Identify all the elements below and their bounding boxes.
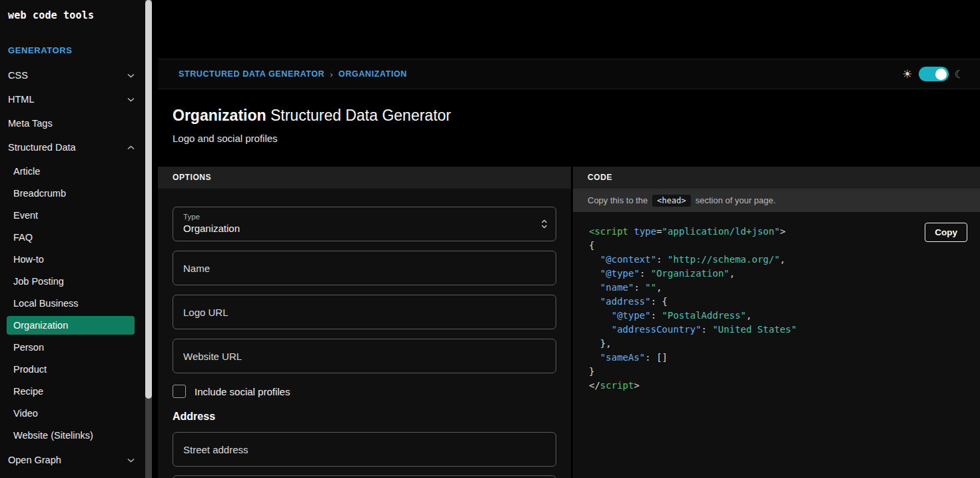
code-line: { [589, 239, 980, 253]
options-panel-header: OPTIONS [158, 167, 571, 189]
sidebar-item-faq[interactable]: FAQ [7, 228, 135, 247]
code-line: } [589, 365, 980, 379]
sidebar-item-html[interactable]: HTML [0, 87, 145, 111]
street-address-input[interactable] [173, 432, 556, 467]
code-line: "address": { [589, 295, 980, 309]
code-line: "name": "", [589, 281, 980, 295]
options-panel: OPTIONS Type Organization Include social… [158, 167, 571, 478]
include-social-profiles-checkbox[interactable] [173, 385, 186, 398]
sidebar-item-organization[interactable]: Organization [7, 316, 135, 335]
address-heading: Address [173, 411, 556, 423]
scrollbar-thumb[interactable] [145, 0, 152, 399]
moon-icon: ☾ [955, 68, 964, 81]
type-select-value: Organization [183, 223, 546, 234]
code-line: <script type="application/ld+json"> [589, 225, 980, 239]
website-url-input[interactable] [173, 339, 556, 373]
sidebar-item-open-graph[interactable]: Open Graph [0, 448, 145, 472]
code-panel-header: CODE [573, 167, 980, 189]
breadcrumb-bar: STRUCTURED DATA GENERATOR › ORGANIZATION… [158, 59, 980, 89]
sidebar-item-breadcrumb[interactable]: Breadcrumb [7, 184, 135, 203]
sidebar: web code tools GENERATORS CSSHTMLMeta Ta… [0, 0, 145, 478]
include-social-profiles-label: Include social profiles [195, 386, 290, 397]
sidebar-item-article[interactable]: Article [7, 162, 135, 181]
sidebar-item-website-sitelinks[interactable]: Website (Sitelinks) [7, 426, 135, 445]
sidebar-item-product[interactable]: Product [7, 360, 135, 379]
sidebar-item-local-business[interactable]: Local Business [7, 294, 135, 313]
sidebar-top-items: CSSHTMLMeta TagsStructured Data [0, 63, 145, 159]
code-line: }, [589, 337, 980, 351]
sun-icon: ☀ [902, 67, 912, 81]
sidebar-item-recipe[interactable]: Recipe [7, 382, 135, 401]
type-select-label: Type [183, 213, 546, 221]
sidebar-item-job-posting[interactable]: Job Posting [7, 272, 135, 291]
page-title-rest: Structured Data Generator [270, 107, 451, 124]
sidebar-item-label: Open Graph [8, 454, 61, 466]
code-hint-pre: Copy this to the [588, 195, 648, 205]
code-hint-bar: Copy this to the <head> section of your … [573, 189, 980, 212]
sidebar-item-label: Structured Data [8, 141, 76, 153]
theme-toggle-group: ☀ ☾ [902, 67, 964, 81]
breadcrumb: STRUCTURED DATA GENERATOR › ORGANIZATION [179, 69, 407, 79]
sidebar-item-label: Meta Tags [8, 117, 53, 129]
next-field-cutoff[interactable] [173, 475, 556, 478]
title-section: Organization Structured Data Generator L… [158, 89, 980, 167]
options-form: Type Organization Include social profile… [158, 189, 571, 478]
code-line: "sameAs": [] [589, 351, 980, 365]
code-line: "@type": "PostalAddress", [589, 309, 980, 323]
code-block: <script type="application/ld+json">{ "@c… [589, 225, 980, 393]
sidebar-item-meta-tags[interactable]: Meta Tags [0, 111, 145, 135]
generators-heading: GENERATORS [8, 45, 137, 55]
page-subtitle: Logo and social profiles [173, 133, 980, 144]
theme-toggle-knob[interactable] [935, 69, 947, 80]
page-title: Organization Structured Data Generator [173, 107, 980, 125]
theme-toggle[interactable] [919, 67, 949, 81]
code-hint-post: section of your page. [696, 195, 776, 205]
copy-button[interactable]: Copy [925, 223, 967, 242]
chevron-down-icon [127, 97, 135, 102]
chevron-up-icon [127, 145, 135, 150]
code-line: "@context": "http://schema.org/", [589, 253, 980, 267]
sidebar-bottom-items: Open Graph [0, 448, 145, 472]
select-updown-icon [541, 219, 548, 229]
head-tag-badge: <head> [652, 195, 690, 207]
sidebar-scrollbar[interactable] [145, 0, 152, 478]
breadcrumb-separator: › [330, 69, 333, 79]
chevron-down-icon [127, 458, 135, 463]
breadcrumb-current-link[interactable]: ORGANIZATION [338, 69, 407, 79]
sidebar-item-css[interactable]: CSS [0, 63, 145, 87]
page-title-bold: Organization [173, 107, 266, 124]
sidebar-item-label: CSS [8, 69, 28, 81]
breadcrumb-parent-link[interactable]: STRUCTURED DATA GENERATOR [179, 69, 324, 79]
logo[interactable]: web code tools [0, 0, 145, 21]
sidebar-sub-items: ArticleBreadcrumbEventFAQHow-toJob Posti… [0, 162, 145, 445]
sidebar-item-structured-data[interactable]: Structured Data [0, 135, 145, 159]
code-panel: CODE Copy this to the <head> section of … [573, 167, 980, 478]
sidebar-item-video[interactable]: Video [7, 404, 135, 423]
name-input[interactable] [173, 251, 556, 285]
type-select[interactable]: Type Organization [173, 207, 556, 241]
sidebar-item-how-to[interactable]: How-to [7, 250, 135, 269]
sidebar-item-event[interactable]: Event [7, 206, 135, 225]
code-line: "@type": "Organization", [589, 267, 980, 281]
panels: OPTIONS Type Organization Include social… [158, 167, 980, 478]
code-line: "addressCountry": "United States" [589, 323, 980, 337]
code-line: </script> [589, 379, 980, 393]
chevron-down-icon [127, 73, 135, 78]
logo-url-input[interactable] [173, 295, 556, 329]
social-profiles-row: Include social profiles [173, 385, 556, 398]
sidebar-item-label: HTML [8, 93, 34, 105]
main-content: STRUCTURED DATA GENERATOR › ORGANIZATION… [152, 0, 980, 478]
sidebar-item-person[interactable]: Person [7, 338, 135, 357]
code-area: Copy <script type="application/ld+json">… [573, 212, 980, 478]
